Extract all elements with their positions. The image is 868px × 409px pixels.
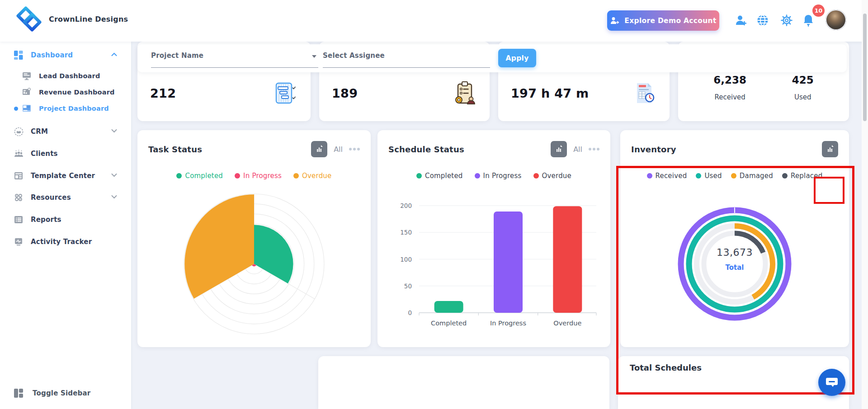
globe-language-icon[interactable]	[756, 14, 769, 27]
sidebar-item-resources[interactable]: Resources	[0, 189, 131, 206]
inventory-radial-chart[interactable]: 13,673 Total	[631, 184, 838, 343]
resources-icon	[14, 193, 24, 202]
sidebar-item-crm[interactable]: CRM	[0, 123, 131, 140]
bottom-partial-card-total-schedules: Total Schedules	[618, 356, 849, 409]
project-name-select[interactable]: Project Name	[151, 49, 318, 68]
field-underline	[323, 67, 490, 68]
sidebar-item-label: Dashboard	[31, 51, 73, 59]
schedule-status-bar-chart[interactable]: 050100150200CompletedIn ProgressOverdue	[388, 184, 599, 334]
legend-item[interactable]: In Progress	[235, 171, 282, 181]
sidebar-item-label: Reports	[31, 216, 61, 224]
page-scrollbar-track	[862, 0, 868, 409]
legend-dot-icon	[475, 173, 480, 179]
chevron-down-icon	[111, 195, 117, 200]
legend-dot-icon	[696, 173, 701, 179]
legend-item[interactable]: Completed	[176, 171, 223, 181]
sidebar-item-activity-tracker[interactable]: Activity Tracker	[0, 234, 131, 250]
crownline-logo-icon	[14, 5, 43, 33]
more-options-icon[interactable]	[349, 148, 360, 150]
sidebar-item-label: Resources	[31, 193, 71, 202]
apply-button[interactable]: Apply	[498, 49, 536, 67]
svg-text:150: 150	[400, 229, 412, 236]
legend-label: Completed	[185, 172, 223, 180]
add-user-icon[interactable]	[734, 14, 748, 27]
sidebar-item-template-center[interactable]: Template Center	[0, 168, 131, 184]
crm-icon	[14, 127, 24, 136]
timesheet-clock-icon	[632, 80, 657, 106]
chart-title: Inventory	[631, 145, 676, 154]
stat-value: 197 h 47 m	[511, 86, 589, 100]
toggle-sidebar-icon	[14, 388, 24, 398]
legend-item[interactable]: Completed	[416, 171, 463, 181]
sidebar-item-clients[interactable]: Clients	[0, 146, 131, 162]
toggle-sidebar-label: Toggle Sidebar	[33, 389, 90, 397]
stat-value: 212	[150, 86, 176, 100]
svg-text:0: 0	[408, 309, 412, 316]
svg-text:200: 200	[400, 202, 412, 209]
legend-label: Damaged	[740, 172, 773, 180]
chart-title: Schedule Status	[388, 145, 464, 154]
legend-item[interactable]: Damaged	[731, 171, 773, 181]
task-status-card: Task Status All CompletedIn ProgressOver…	[137, 130, 371, 347]
sidebar-item-label: Template Center	[31, 172, 95, 180]
legend-label: Used	[704, 172, 722, 180]
explore-demo-account-label: Explore Demo Account	[624, 17, 716, 25]
inventory-received-metric: 6,238 Received	[713, 74, 746, 101]
legend-label: Overdue	[302, 172, 331, 180]
top-header: CrownLine Designs Explore Demo Account 1…	[0, 0, 868, 42]
task-status-polar-chart[interactable]	[148, 184, 360, 336]
metric-label: Received	[713, 93, 746, 101]
legend-item[interactable]: Used	[696, 171, 722, 181]
sidebar-item-project-dashboard[interactable]: Project Dashboard	[0, 100, 131, 117]
page-scrollbar-thumb[interactable]	[863, 14, 867, 121]
notifications-bell-icon[interactable]	[802, 14, 815, 27]
explore-demo-account-button[interactable]: Explore Demo Account	[607, 10, 719, 31]
chart-filter-all[interactable]: All	[573, 145, 582, 154]
inventory-used-metric: 425 Used	[792, 74, 814, 101]
brand-logo[interactable]: CrownLine Designs	[14, 5, 128, 33]
legend-dot-icon	[782, 173, 788, 179]
chart-type-icon[interactable]	[822, 141, 838, 157]
sidebar-item-label: Activity Tracker	[31, 238, 92, 246]
sidebar-nav: Dashboard Lead Dashboard Revenue Dashboa…	[0, 42, 131, 409]
svg-text:Completed: Completed	[431, 320, 467, 327]
schedule-calendar-icon	[273, 80, 298, 106]
reports-icon	[14, 215, 24, 225]
chat-bubble-icon	[826, 376, 838, 388]
legend-item[interactable]: Received	[647, 171, 687, 181]
tasks-clipboard-icon	[453, 80, 477, 106]
sidebar-item-revenue-dashboard[interactable]: Revenue Dashboard	[0, 84, 131, 100]
chart-legend: ReceivedUsedDamagedReplaced	[631, 171, 838, 181]
user-switch-icon	[610, 16, 620, 25]
legend-label: Completed	[425, 172, 463, 180]
toggle-sidebar-button[interactable]: Toggle Sidebar	[0, 384, 131, 402]
assignee-select[interactable]: Select Assignee	[323, 49, 490, 68]
active-bullet-icon	[14, 107, 18, 111]
template-center-icon	[14, 171, 24, 181]
sidebar-item-label: CRM	[31, 127, 48, 136]
svg-text:50: 50	[404, 282, 412, 290]
sidebar-item-label: Clients	[31, 150, 58, 158]
legend-item[interactable]: Replaced	[782, 171, 822, 181]
user-avatar[interactable]	[826, 9, 846, 30]
legend-item[interactable]: Overdue	[293, 171, 331, 181]
legend-item[interactable]: Overdue	[533, 171, 571, 181]
chevron-down-icon	[111, 173, 117, 179]
chart-type-icon[interactable]	[551, 141, 567, 157]
settings-gear-icon[interactable]	[780, 14, 793, 27]
inventory-card: Inventory ReceivedUsedDamagedReplaced 13…	[620, 130, 849, 347]
sidebar-item-lead-dashboard[interactable]: Lead Dashboard	[0, 68, 131, 84]
chart-title: Task Status	[148, 145, 202, 154]
dashboard-grid-icon	[14, 50, 24, 60]
chart-type-icon[interactable]	[311, 141, 327, 157]
sidebar-item-dashboard[interactable]: Dashboard	[0, 47, 131, 63]
sidebar-item-label: Project Dashboard	[39, 105, 109, 112]
chevron-down-icon	[111, 129, 117, 134]
legend-label: In Progress	[483, 172, 522, 180]
more-options-icon[interactable]	[589, 148, 599, 150]
chart-filter-all[interactable]: All	[334, 145, 343, 154]
legend-label: Received	[656, 172, 687, 180]
sidebar-item-reports[interactable]: Reports	[0, 212, 131, 228]
legend-item[interactable]: In Progress	[475, 171, 522, 181]
chat-widget-button[interactable]	[818, 369, 845, 396]
